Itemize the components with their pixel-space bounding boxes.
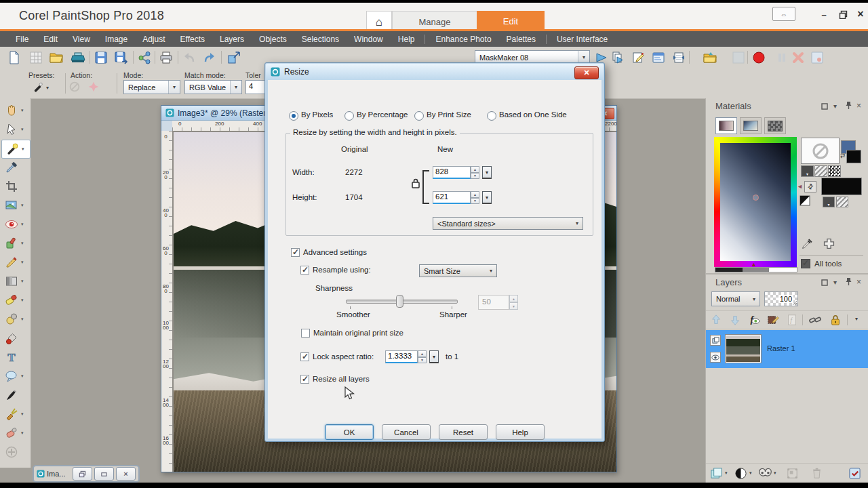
menu-item-objects[interactable]: Objects <box>252 31 294 47</box>
mask-layer-button[interactable] <box>757 466 772 480</box>
menu-item-effects[interactable]: Effects <box>173 31 212 47</box>
spin-up-icon[interactable]: ▲ <box>418 350 427 357</box>
tool-clone[interactable]: ▾ <box>1 310 29 328</box>
chevron-down-icon[interactable]: ▾ <box>833 102 837 110</box>
aspect-dropdown-button[interactable]: ▾ <box>429 350 439 363</box>
menu-item-layers[interactable]: Layers <box>212 31 252 47</box>
open-script-button[interactable] <box>701 49 719 66</box>
by-pixels-label[interactable]: By Pixels <box>301 110 333 119</box>
cancel-button[interactable]: Cancel <box>382 424 431 440</box>
by-print-size-radio[interactable] <box>414 111 424 121</box>
tool-red-eye[interactable]: ▾ <box>1 216 29 233</box>
maintain-print-size-label[interactable]: Maintain original print size <box>313 329 403 337</box>
maintain-print-size-checkbox[interactable] <box>301 329 310 338</box>
save-as-button[interactable] <box>113 49 130 66</box>
menu-item-file[interactable]: File <box>8 31 36 47</box>
layer-visibility-button[interactable]: f <box>747 313 762 327</box>
scan-button[interactable] <box>69 49 87 66</box>
edit-selection-button[interactable] <box>766 313 781 327</box>
run-multiple-scripts-button[interactable] <box>609 49 627 66</box>
height-input[interactable]: 621 <box>433 191 471 204</box>
menu-item-window[interactable]: Window <box>347 31 391 47</box>
tool-background-eraser[interactable]: ▾ <box>1 424 29 442</box>
help-button[interactable]: Help <box>496 424 545 440</box>
spin-up-icon[interactable]: ▲ <box>471 191 479 198</box>
tool-text[interactable]: T <box>1 348 29 366</box>
share-button[interactable] <box>136 49 153 66</box>
link-layers-button[interactable] <box>808 313 823 327</box>
edit-script-button[interactable] <box>629 49 647 66</box>
saturation-square[interactable] <box>720 143 791 261</box>
pin-icon[interactable] <box>846 101 852 110</box>
color-style-button[interactable]: ▾ <box>801 165 814 177</box>
menu-item-selections[interactable]: Selections <box>294 31 347 47</box>
spin-down-icon[interactable]: ▼ <box>471 198 479 205</box>
by-percentage-radio[interactable] <box>344 111 354 121</box>
redo-button[interactable] <box>201 49 218 66</box>
chevron-down-icon[interactable]: ▾ <box>725 470 728 476</box>
fill-color-swatch[interactable] <box>846 150 861 163</box>
tool-straighten[interactable]: ▾ <box>1 197 29 214</box>
print-button[interactable] <box>157 49 175 66</box>
grayscale-bar[interactable] <box>715 267 797 272</box>
menu-item-palettes[interactable]: Palettes <box>499 31 543 47</box>
menu-item-image[interactable]: Image <box>98 31 135 47</box>
sharpness-slider-handle[interactable] <box>396 295 403 308</box>
chevron-down-icon[interactable]: ▾ <box>749 470 752 476</box>
width-dropdown-button[interactable]: ▾ <box>482 166 492 179</box>
minimize-document-button[interactable] <box>94 467 114 481</box>
tool-pen[interactable] <box>1 386 29 404</box>
advanced-settings-checkbox[interactable] <box>291 248 300 257</box>
swap-workspace-button[interactable]: ⇔ <box>772 7 795 21</box>
height-spinner[interactable]: ▲▼ <box>471 191 479 204</box>
sample-color-button[interactable] <box>801 237 814 251</box>
record-script-button[interactable] <box>750 49 768 66</box>
toggle-dialogs-button[interactable] <box>650 49 667 66</box>
close-panel-icon[interactable]: × <box>856 277 861 287</box>
edit-mode-button[interactable] <box>847 466 862 480</box>
background-swatch[interactable] <box>821 178 862 195</box>
tool-crop[interactable] <box>1 178 29 195</box>
all-tools-checkbox[interactable] <box>801 259 810 268</box>
lock-aspect-label[interactable]: Lock aspect ratio: <box>313 352 374 361</box>
add-to-palette-button[interactable] <box>823 237 836 251</box>
save-button[interactable] <box>92 49 110 66</box>
float-panel-icon[interactable] <box>820 102 829 110</box>
lock-aspect-checkbox[interactable] <box>300 352 309 361</box>
width-spinner[interactable]: ▲▼ <box>471 166 479 179</box>
tool-pan[interactable]: ▾ <box>1 102 29 119</box>
close-button[interactable]: × <box>854 8 867 20</box>
tool-picture-tube[interactable]: ▾ <box>1 405 29 423</box>
menu-item-adjust[interactable]: Adjust <box>135 31 172 47</box>
restore-button[interactable] <box>836 8 850 20</box>
tool-makeover[interactable]: ▾ <box>1 235 29 252</box>
chevron-down-icon[interactable]: ▾ <box>855 316 858 322</box>
resample-checkbox[interactable] <box>300 266 309 274</box>
adjustment-layer-button[interactable] <box>733 466 748 480</box>
aspect-spinner[interactable]: ▲▼ <box>418 350 427 363</box>
tool-gradient-fill[interactable]: ▾ <box>1 272 29 290</box>
script-bound-button[interactable] <box>670 49 688 66</box>
float-panel-icon[interactable] <box>820 279 829 287</box>
menu-item-enhance-photo[interactable]: Enhance Photo <box>428 31 498 47</box>
aspect-ratio-input[interactable]: 1.3333 <box>385 350 418 363</box>
tool-dropper[interactable] <box>1 159 29 176</box>
dialog-close-button[interactable]: ✕ <box>574 66 599 79</box>
reset-bw-button[interactable] <box>800 195 810 206</box>
menu-item-view[interactable]: View <box>65 31 98 47</box>
color-picker[interactable] <box>714 137 797 267</box>
opacity-field[interactable]: 100 <box>764 291 798 306</box>
browse-button[interactable] <box>27 49 45 66</box>
height-dropdown-button[interactable]: ▾ <box>482 191 492 204</box>
close-document-button[interactable]: × <box>116 467 136 481</box>
reset-button[interactable]: Reset <box>439 424 488 440</box>
presets-dropdown[interactable]: ▾ <box>31 80 58 95</box>
menu-item-edit[interactable]: Edit <box>36 31 65 47</box>
minimize-button[interactable]: – <box>817 8 831 20</box>
close-panel-icon[interactable]: × <box>856 101 861 110</box>
swap-materials-button[interactable]: ⇅ <box>804 181 816 192</box>
resize-all-layers-checkbox[interactable] <box>300 375 309 384</box>
materials-tab-frame[interactable] <box>715 117 737 134</box>
tool-preset-shape[interactable]: ▾ <box>1 367 29 385</box>
new-layer-button[interactable] <box>709 466 724 480</box>
